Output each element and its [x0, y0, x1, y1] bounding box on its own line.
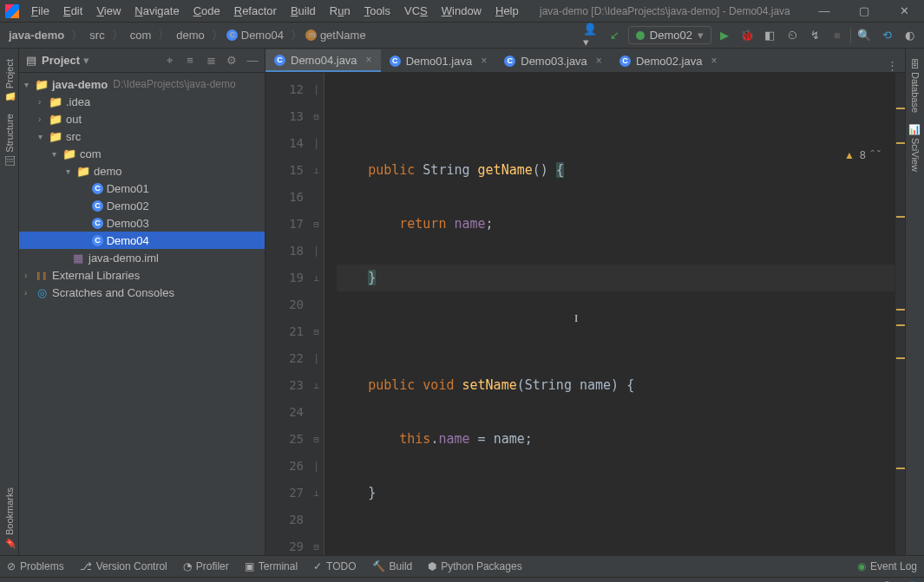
- menu-build[interactable]: Build: [284, 4, 323, 17]
- main-menu: File Edit View Navigate Code Refactor Bu…: [24, 4, 526, 17]
- tree-item-demo02[interactable]: C Demo02: [19, 197, 265, 214]
- tab-menu-icon[interactable]: ⋮: [880, 59, 905, 72]
- run-icon[interactable]: ▶: [715, 26, 734, 45]
- tool-problems[interactable]: ⊘ Problems: [7, 560, 64, 572]
- tool-python[interactable]: ⬢ Python Packages: [428, 560, 521, 572]
- tool-sciview-tab[interactable]: 📊 SciView: [908, 118, 922, 177]
- run-config-selector[interactable]: Demo02▾: [628, 26, 711, 44]
- line-gutter[interactable]: 121314151617181920212223242526272829: [265, 73, 309, 555]
- crumb-com[interactable]: com: [127, 29, 155, 42]
- stop-icon[interactable]: ■: [828, 26, 847, 45]
- menu-navigate[interactable]: Navigate: [128, 4, 186, 17]
- project-panel-title[interactable]: Project: [42, 54, 80, 67]
- maximize-button[interactable]: ▢: [844, 4, 884, 17]
- collapse-all-icon[interactable]: ≣: [204, 54, 218, 68]
- error-stripe[interactable]: [895, 73, 905, 555]
- tree-item-demo03[interactable]: C Demo03: [19, 214, 265, 232]
- tool-build[interactable]: 🔨 Build: [372, 560, 413, 572]
- tab-demo03[interactable]: CDemo03.java×: [495, 49, 611, 72]
- sync-icon[interactable]: ⟲: [877, 26, 896, 45]
- project-sidebar: ▤ Project ▾ ⌖ ≡ ≣ ⚙ — ▾📁java-demoD:\Idea…: [19, 49, 265, 555]
- tool-project-tab[interactable]: 📁 Project: [2, 54, 16, 108]
- menu-view[interactable]: View: [89, 4, 128, 17]
- menu-vcs[interactable]: VCS: [397, 4, 435, 17]
- menu-refactor[interactable]: Refactor: [227, 4, 284, 17]
- tree-ext-lib[interactable]: ›⫿⫿External Libraries: [19, 266, 265, 284]
- tool-bookmarks-tab[interactable]: 🔖 Bookmarks: [2, 482, 16, 555]
- crumb-class[interactable]: Demo04: [238, 29, 287, 42]
- menu-run[interactable]: Run: [323, 4, 357, 17]
- project-tree[interactable]: ▾📁java-demoD:\IdeaProjects\java-demo ›📁.…: [19, 73, 265, 555]
- tab-demo02[interactable]: CDemo02.java×: [611, 49, 726, 72]
- tool-vcs[interactable]: ⎇ Version Control: [80, 560, 167, 572]
- tree-scratches[interactable]: ›◎Scratches and Consoles: [19, 284, 265, 301]
- dropdown-icon[interactable]: ▾: [83, 54, 89, 67]
- editor-tabs: CDemo04.java× CDemo01.java× CDemo03.java…: [265, 49, 905, 73]
- tree-item-demo04[interactable]: C Demo04: [19, 232, 265, 249]
- ide-features-icon[interactable]: ◐: [900, 26, 919, 45]
- select-opened-icon[interactable]: ⌖: [162, 54, 176, 68]
- tool-profiler[interactable]: ◔ Profiler: [183, 560, 229, 572]
- close-icon[interactable]: ×: [596, 55, 602, 67]
- coverage-icon[interactable]: ◧: [760, 26, 779, 45]
- tool-todo[interactable]: ✓ TODO: [313, 560, 356, 572]
- code-editor[interactable]: public String getName() { return name; }…: [324, 73, 895, 555]
- expand-all-icon[interactable]: ≡: [183, 54, 197, 68]
- breadcrumb: java-demo〉 src〉 com〉 demo〉 C Demo04〉 m g…: [5, 28, 370, 43]
- tool-eventlog[interactable]: ◉ Event Log: [857, 560, 917, 572]
- user-icon[interactable]: 👤▾: [583, 26, 602, 45]
- hide-icon[interactable]: —: [246, 54, 259, 68]
- menu-file[interactable]: File: [24, 4, 56, 17]
- settings-icon[interactable]: ⚙: [225, 54, 239, 68]
- intellij-icon: [5, 4, 19, 18]
- window-title: java-demo [D:\IdeaProjects\java-demo] - …: [526, 5, 804, 17]
- text-cursor-icon: I: [574, 311, 578, 325]
- crumb-method[interactable]: getName: [317, 29, 370, 42]
- menu-window[interactable]: Window: [435, 4, 488, 17]
- menu-code[interactable]: Code: [187, 4, 227, 17]
- crumb-src[interactable]: src: [86, 29, 108, 42]
- vcs-update-icon[interactable]: ↙: [606, 26, 625, 45]
- profile-icon[interactable]: ⏲: [783, 26, 802, 45]
- tab-demo04[interactable]: CDemo04.java×: [265, 49, 381, 72]
- menu-edit[interactable]: Edit: [56, 4, 89, 17]
- close-icon[interactable]: ×: [711, 55, 717, 67]
- tool-terminal[interactable]: ▣ Terminal: [245, 560, 298, 572]
- close-button[interactable]: ✕: [884, 4, 924, 17]
- close-icon[interactable]: ×: [366, 54, 372, 66]
- menu-help[interactable]: Help: [488, 4, 526, 17]
- minimize-button[interactable]: ―: [804, 4, 844, 17]
- tab-demo01[interactable]: CDemo01.java×: [381, 49, 496, 72]
- inspection-widget[interactable]: ▲8 ˆ ˇ: [844, 149, 881, 161]
- tree-item-demo01[interactable]: C Demo01: [19, 180, 265, 197]
- close-icon[interactable]: ×: [481, 55, 487, 67]
- tool-structure-tab[interactable]: ⿳ Structure: [3, 108, 16, 171]
- tool-database-tab[interactable]: 🗄 Database: [908, 54, 922, 118]
- search-icon[interactable]: 🔍: [855, 26, 874, 45]
- attach-icon[interactable]: ↯: [805, 26, 824, 45]
- method-icon: m: [305, 29, 317, 41]
- menu-tools[interactable]: Tools: [357, 4, 397, 17]
- crumb-demo[interactable]: demo: [173, 29, 208, 42]
- class-icon: C: [226, 29, 238, 41]
- debug-icon[interactable]: 🐞: [737, 26, 757, 45]
- tree-item-iml[interactable]: ▦java-demo.iml: [19, 249, 265, 266]
- project-panel-icon: ▤: [24, 54, 38, 68]
- crumb-root[interactable]: java-demo: [5, 29, 68, 42]
- fold-gutter[interactable]: │⊟│⊥ ⊟│⊥ ⊟│⊥ ⊟│⊥ ⊟: [309, 73, 324, 555]
